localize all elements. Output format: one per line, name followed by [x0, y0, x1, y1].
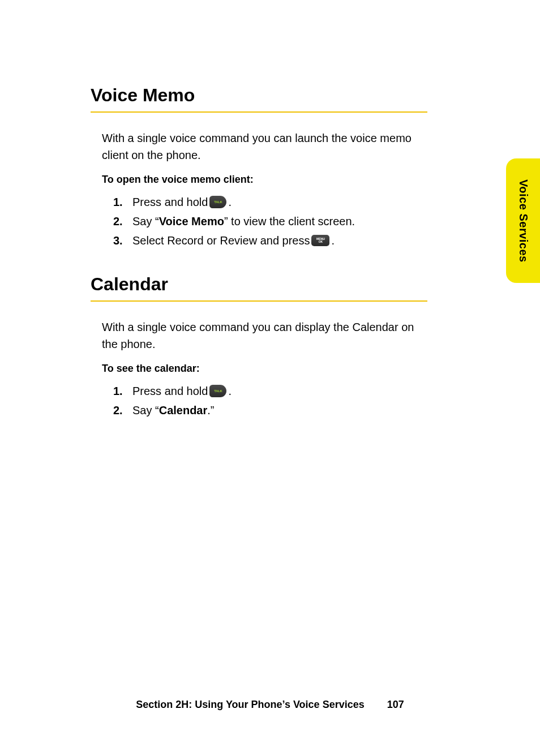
step-item: 1. Press and hold . [113, 381, 430, 401]
step-text: .” [207, 401, 214, 420]
step-bold: Voice Memo [159, 212, 224, 231]
intro-text: With a single voice command you can disp… [102, 319, 430, 353]
menu-ok-key-icon [311, 235, 329, 246]
step-marker: 2. [113, 212, 132, 231]
heading-calendar: Calendar [91, 274, 472, 295]
subheading: To open the voice memo client: [102, 174, 472, 186]
step-marker: 2. [113, 401, 132, 420]
page-footer: Section 2H: Using Your Phone’s Voice Ser… [0, 699, 540, 711]
steps-list: 1. Press and hold . 2. Say “ Voice Memo … [113, 192, 430, 250]
heading-rule [91, 300, 427, 302]
talk-key-icon [209, 196, 226, 208]
subheading: To see the calendar: [102, 363, 472, 375]
footer-page-number: 107 [387, 699, 404, 710]
step-item: 2. Say “ Calendar .” [113, 401, 430, 420]
step-content: Select Record or Review and press . [132, 231, 335, 250]
step-text: Press and hold [132, 192, 208, 212]
step-content: Press and hold . [132, 192, 232, 212]
step-marker: 1. [113, 381, 132, 401]
section-calendar: Calendar With a single voice command you… [91, 274, 472, 420]
step-text: Say “ [132, 212, 159, 231]
step-content: Press and hold . [132, 381, 232, 401]
footer-section-label: Section 2H: Using Your Phone’s Voice Ser… [136, 699, 364, 710]
heading-voice-memo: Voice Memo [91, 85, 472, 106]
side-tab-label: Voice Services [517, 179, 530, 263]
talk-key-icon [209, 385, 226, 397]
step-text: . [228, 381, 232, 401]
step-bold: Calendar [159, 401, 208, 420]
step-text: . [331, 231, 335, 250]
step-item: 3. Select Record or Review and press . [113, 231, 430, 250]
heading-rule [91, 111, 427, 113]
step-text: . [228, 192, 232, 212]
step-text: Press and hold [132, 381, 208, 401]
step-text: ” to view the client screen. [224, 212, 355, 231]
step-marker: 3. [113, 231, 132, 250]
step-content: Say “ Calendar .” [132, 401, 215, 420]
steps-list: 1. Press and hold . 2. Say “ Calendar .” [113, 381, 430, 420]
page-content: Voice Memo With a single voice command y… [0, 0, 540, 756]
step-text: Select Record or Review and press [132, 231, 310, 250]
side-tab: Voice Services [506, 158, 540, 283]
step-text: Say “ [132, 401, 159, 420]
step-content: Say “ Voice Memo ” to view the client sc… [132, 212, 355, 231]
step-item: 2. Say “ Voice Memo ” to view the client… [113, 212, 430, 231]
step-item: 1. Press and hold . [113, 192, 430, 212]
intro-text: With a single voice command you can laun… [102, 130, 430, 164]
step-marker: 1. [113, 192, 132, 212]
